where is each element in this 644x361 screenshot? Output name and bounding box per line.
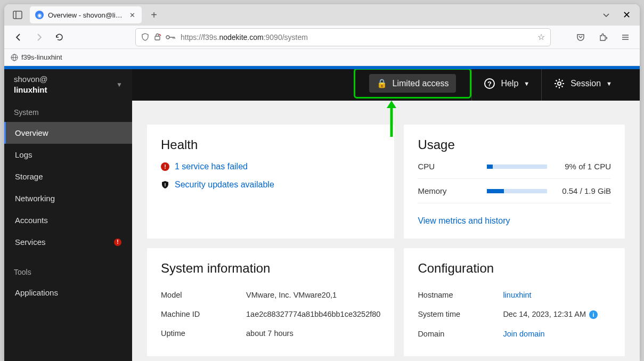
svg-point-16	[558, 82, 561, 85]
hostname-value[interactable]: linuxhint	[503, 291, 531, 299]
info-label: Hostname	[418, 291, 503, 299]
metrics-link[interactable]: View metrics and history	[418, 216, 510, 226]
usage-card: Usage CPU 9% of 1 CPU Memory 0.54 / 1.9 …	[404, 125, 625, 239]
sidebar-item-logs[interactable]: Logs	[4, 144, 132, 166]
chevron-down-icon: ▼	[524, 80, 529, 87]
sidebar-item-storage[interactable]: Storage	[4, 166, 132, 187]
info-icon: i	[589, 310, 598, 319]
sidebar-item-accounts[interactable]: Accounts	[4, 209, 132, 231]
sidebar-item-overview[interactable]: Overview	[4, 122, 132, 144]
nav-bar: https://f39s.nodekite.com:9090/system ☆	[4, 26, 640, 49]
user-host-label: shovon@ linuxhint	[14, 74, 48, 95]
health-card: Health ! 1 service has failed ! Security…	[147, 125, 394, 239]
tab-title: Overview - shovon@linux	[48, 11, 124, 19]
chevron-down-icon: ▼	[606, 80, 612, 87]
sidebar-item-applications[interactable]: Applications	[4, 282, 132, 303]
shield-icon[interactable]	[141, 33, 149, 41]
menu-button[interactable]	[617, 29, 633, 45]
memory-value: 0.54 / 1.9 GiB	[558, 186, 611, 195]
url-bar[interactable]: https://f39s.nodekite.com:9090/system ☆	[135, 28, 551, 46]
sidebar-group-tools: Tools	[4, 262, 132, 282]
bookmark-star-button[interactable]: ☆	[537, 32, 545, 42]
chevron-down-icon: ▼	[116, 81, 123, 88]
info-label: System time	[418, 310, 503, 319]
config-title: Configuration	[418, 261, 611, 276]
info-label: Uptime	[161, 329, 246, 338]
extensions-icon[interactable]	[595, 29, 611, 45]
security-updates-link[interactable]: Security updates available	[175, 180, 274, 190]
sysinfo-title: System information	[161, 261, 380, 276]
help-icon: ?	[484, 78, 495, 89]
browser-tab[interactable]: ◉ Overview - shovon@linux ✕	[30, 6, 142, 23]
bookmark-item[interactable]: f39s-linuxhint	[21, 53, 62, 61]
svg-rect-2	[155, 36, 160, 40]
tab-strip: ◉ Overview - shovon@linux ✕ + ✕	[4, 4, 640, 26]
alert-badge: !	[114, 239, 121, 246]
security-shield-icon: !	[161, 180, 169, 189]
key-icon[interactable]	[166, 34, 175, 40]
sidebar-group-system: System	[4, 103, 132, 122]
bookmark-bar: f39s-linuxhint	[4, 49, 640, 66]
pocket-icon[interactable]	[573, 29, 589, 45]
sidebar-item-services[interactable]: Services !	[4, 231, 132, 253]
reload-button[interactable]	[51, 29, 67, 45]
tabs-dropdown-button[interactable]	[598, 7, 614, 23]
gear-icon	[553, 78, 565, 89]
sidebar-toggle-icon[interactable]	[10, 7, 26, 23]
failed-service-link[interactable]: 1 service has failed	[175, 162, 248, 171]
error-icon: !	[161, 162, 169, 171]
top-bar: 🔒 Limited access ? Help ▼ Session ▼	[132, 66, 640, 101]
cpu-label: CPU	[418, 162, 476, 171]
systime-value[interactable]: Dec 14, 2023, 12:31 AMi	[503, 310, 598, 319]
help-label: Help	[501, 79, 518, 88]
info-label: Domain	[418, 330, 503, 338]
loading-bar	[4, 66, 640, 69]
config-card: Configuration Hostnamelinuxhint System t…	[404, 248, 625, 356]
cpu-bar	[487, 165, 547, 169]
limited-access-label: Limited access	[393, 79, 449, 88]
annotation-highlight: 🔒 Limited access	[354, 68, 472, 99]
help-menu[interactable]: ? Help ▼	[472, 78, 541, 89]
back-button[interactable]	[11, 29, 27, 45]
svg-line-3	[159, 34, 161, 36]
info-value: VMware, Inc. VMware20,1	[246, 291, 337, 299]
memory-label: Memory	[418, 186, 476, 195]
cockpit-favicon-icon: ◉	[35, 11, 44, 19]
svg-text:?: ?	[487, 80, 492, 88]
usage-title: Usage	[418, 137, 611, 152]
svg-marker-18	[387, 101, 396, 108]
health-title: Health	[161, 137, 380, 152]
lock-icon: 🔒	[377, 78, 387, 88]
sidebar-item-networking[interactable]: Networking	[4, 187, 132, 209]
window-close-button[interactable]: ✕	[618, 7, 634, 23]
new-tab-button[interactable]: +	[146, 7, 162, 23]
lock-warning-icon[interactable]	[153, 33, 161, 41]
svg-text:!: !	[165, 182, 166, 187]
domain-value[interactable]: Join domain	[503, 330, 544, 338]
session-label: Session	[570, 79, 601, 88]
globe-icon	[11, 54, 18, 61]
url-text: https://f39s.nodekite.com:9090/system	[181, 33, 532, 42]
svg-point-4	[166, 36, 169, 39]
info-label: Model	[161, 291, 246, 299]
sysinfo-card: System information ModelVMware, Inc. VMw…	[147, 248, 394, 356]
info-label: Machine ID	[161, 310, 246, 318]
tab-close-button[interactable]: ✕	[128, 11, 136, 19]
main-content: 🔒 Limited access ? Help ▼ Session ▼	[132, 66, 640, 361]
memory-bar	[487, 189, 547, 193]
forward-button	[31, 29, 47, 45]
svg-rect-0	[13, 11, 22, 19]
limited-access-button[interactable]: 🔒 Limited access	[369, 74, 456, 93]
sidebar: shovon@ linuxhint ▼ System Overview Logs…	[4, 66, 132, 361]
session-menu[interactable]: Session ▼	[542, 78, 624, 89]
info-value: 1ae2c88327774a81bb46bb1ce3252f80	[246, 310, 380, 318]
cpu-value: 9% of 1 CPU	[558, 162, 611, 171]
annotation-arrow	[384, 101, 400, 138]
host-selector[interactable]: shovon@ linuxhint ▼	[4, 66, 132, 103]
info-value: about 7 hours	[246, 329, 294, 338]
